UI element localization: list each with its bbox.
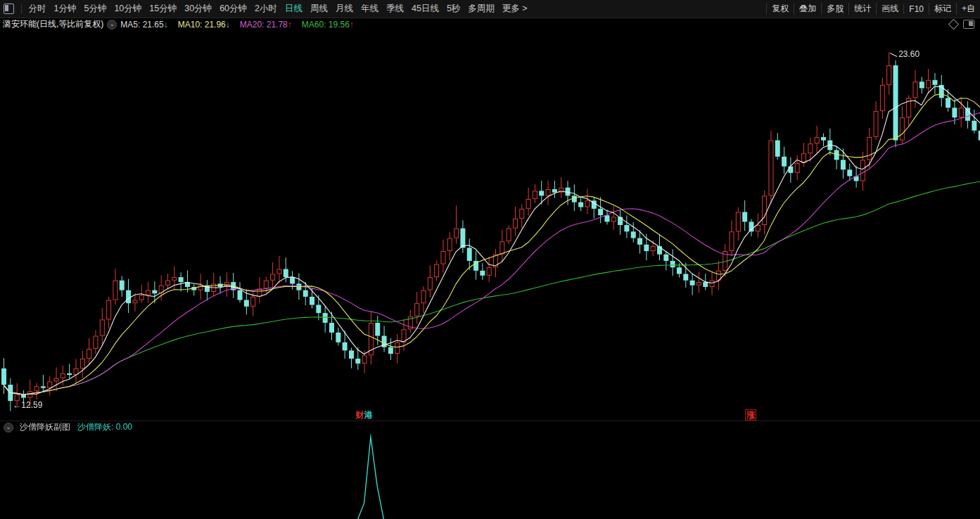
arrow-up-icon: ↑ [288,20,292,30]
sub-indicator-value: 沙僧降妖: 0.00 [77,421,132,433]
sub-indicator-title: 沙僧降妖副图 [20,421,70,433]
tab-5秒[interactable]: 5秒 [443,3,464,15]
toolbar-divider [21,4,22,14]
arrow-down-icon: ↓ [164,20,168,30]
window-icon[interactable] [4,4,14,14]
tab-45日线[interactable]: 45日线 [407,3,443,15]
signal-marker-char: 涨 [746,410,755,420]
signal-marker-char: 港 [364,410,373,420]
toolbar-button-标记[interactable]: 标记 [929,3,956,15]
toolbar-button-复权[interactable]: 复权 [766,3,794,15]
candlestick-canvas[interactable] [0,30,980,421]
tab-60分钟[interactable]: 60分钟 [216,3,251,15]
ma-label-MA60: MA60: 19.56↑ [302,20,354,30]
tab-多周期[interactable]: 多周期 [464,3,499,15]
period-tabs: 分时1分钟5分钟10分钟15分钟30分钟60分钟2小时日线周线月线年线季线45日… [25,3,531,15]
tab-周线[interactable]: 周线 [306,3,331,15]
tab-季线[interactable]: 季线 [382,3,407,15]
arrow-up-icon: ↑ [350,20,354,30]
toolbar-button-画线[interactable]: 画线 [876,3,903,15]
toolbar-right-menu: 复权叠加多股统计画线F10标记+自 [766,0,980,18]
tab-2小时[interactable]: 2小时 [251,3,281,15]
tab-30分钟[interactable]: 30分钟 [181,3,216,15]
panel-layout-icon[interactable] [963,20,974,29]
signal-marker: 涨 [745,409,756,421]
sub-indicator-header: ⌄ 沙僧降妖副图 沙僧降妖: 0.00 [0,421,980,433]
chevron-down-icon[interactable]: ⌄ [4,423,13,432]
security-title: 潞安环能(日线,等比前复权) [3,18,103,30]
tab-15分钟[interactable]: 15分钟 [146,3,181,15]
sub-indicator-chart[interactable] [0,433,980,519]
toolbar-button-多股[interactable]: 多股 [821,3,848,15]
ma-label-MA5: MA5: 21.65↓ [120,20,167,30]
tab-更多 >[interactable]: 更多 > [498,3,531,15]
chevron-down-icon[interactable]: ⌄ [107,20,117,30]
arrow-down-icon: ↓ [226,20,230,30]
tab-10分钟[interactable]: 10分钟 [110,3,146,15]
signal-marker-char: 财 [356,410,364,420]
toolbar-button-叠加[interactable]: 叠加 [794,3,821,15]
tab-分时[interactable]: 分时 [25,3,50,15]
signal-marker: 财港 [356,409,373,421]
tab-5分钟[interactable]: 5分钟 [80,3,110,15]
tab-月线[interactable]: 月线 [331,3,357,15]
trading-app-window: 分时1分钟5分钟10分钟15分钟30分钟60分钟2小时日线周线月线年线季线45日… [0,0,980,519]
toolbar-button-F10[interactable]: F10 [903,4,929,14]
diamond-icon[interactable] [948,19,960,30]
high-price-label: 23.60 [898,49,919,59]
period-toolbar: 分时1分钟5分钟10分钟15分钟30分钟60分钟2小时日线周线月线年线季线45日… [0,0,980,18]
chart-header-row: 潞安环能(日线,等比前复权) ⌄ MA5: 21.65↓MA10: 21.96↓… [0,19,980,30]
header-right-icons [950,20,974,29]
ma-label-MA10: MA10: 21.96↓ [178,20,230,30]
tab-日线[interactable]: 日线 [281,3,306,15]
tab-年线[interactable]: 年线 [357,3,382,15]
ma-values: MA5: 21.65↓MA10: 21.96↓MA20: 21.78↑MA60:… [120,20,354,30]
tab-1分钟[interactable]: 1分钟 [50,3,80,15]
low-price-label: ←12.59 [13,400,42,410]
toolbar-button-统计[interactable]: 统计 [848,3,876,15]
sub-indicator-canvas[interactable] [0,433,980,519]
main-candlestick-chart[interactable]: 23.60←12.59财港涨 [0,30,980,421]
ma-label-MA20: MA20: 21.78↑ [240,20,292,30]
toolbar-button-+自[interactable]: +自 [956,3,980,15]
